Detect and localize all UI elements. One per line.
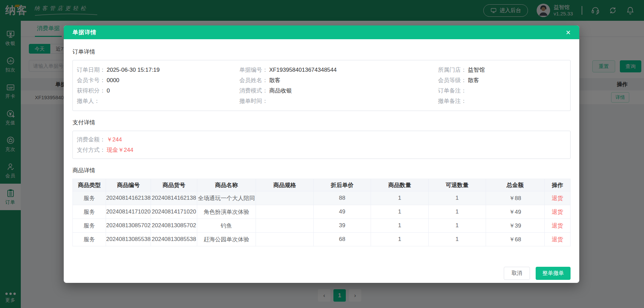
- product-action-cell: 退货: [544, 219, 570, 233]
- modal-title: 单据详情: [72, 28, 97, 36]
- field-value: ￥244: [107, 134, 122, 145]
- close-icon[interactable]: ×: [566, 28, 571, 37]
- field-label: 会员卡号：: [77, 75, 105, 85]
- product-action-cell: 退货: [544, 191, 570, 205]
- field-label: 订单日期：: [77, 65, 105, 75]
- field-label: 单据编号：: [239, 65, 268, 75]
- product-row: 服务2024081417102020240814171020角色扮演单次体验49…: [73, 205, 571, 219]
- refund-link[interactable]: 退货: [552, 223, 563, 229]
- field-label: 订单备注：: [438, 85, 467, 96]
- product-cell: 1: [429, 233, 486, 246]
- order-info-field: 会员卡号：0000: [77, 75, 239, 85]
- product-cell: 服务: [73, 219, 106, 233]
- product-column-header: 商品名称: [197, 179, 256, 191]
- product-cell: 39: [314, 219, 371, 233]
- modal-body: 订单详情 订单日期：2025-06-30 15:17:19单据编号：XF1939…: [64, 39, 579, 283]
- field-label: 消费模式：: [239, 85, 268, 96]
- order-info-field: 所属门店：益智馆: [438, 65, 566, 75]
- product-cell: 服务: [73, 191, 106, 205]
- order-info-field: 获得积分：0: [77, 85, 239, 96]
- product-cell: 服务: [73, 233, 106, 246]
- order-info-field: 撤单时间：: [239, 96, 438, 106]
- field-label: 消费金额：: [77, 134, 105, 145]
- field-value: 2025-06-30 15:17:19: [107, 65, 160, 75]
- field-value: 散客: [269, 75, 280, 85]
- product-cell: 20240814162138: [151, 191, 197, 205]
- product-column-header: 总金额: [486, 179, 544, 191]
- product-cell: 20240813085538: [151, 233, 197, 246]
- product-row: 服务2024081308553820240813085538赶海公园单次体验68…: [73, 233, 571, 246]
- product-cell: [256, 191, 314, 205]
- product-cell: 1: [429, 219, 486, 233]
- field-value: 现金￥244: [107, 145, 133, 155]
- product-cell: 88: [314, 191, 371, 205]
- cancel-button[interactable]: 取消: [504, 267, 530, 280]
- product-row: 服务2024081308570220240813085702钓鱼3911￥39退…: [73, 219, 571, 233]
- product-cell: ￥39: [486, 219, 544, 233]
- field-label: 支付方式：: [77, 145, 105, 155]
- refund-link[interactable]: 退货: [552, 236, 563, 243]
- order-info-field: 消费模式：商品收银: [239, 85, 438, 96]
- product-cell: 1: [429, 205, 486, 219]
- payment-field: 消费金额：￥244: [77, 134, 566, 145]
- product-cell: 钓鱼: [197, 219, 256, 233]
- field-label: 会员姓名：: [239, 75, 268, 85]
- product-column-header: 操作: [544, 179, 570, 191]
- product-column-header: 商品编号: [106, 179, 151, 191]
- field-label: 撤单备注：: [438, 96, 467, 106]
- product-cell: 全场通玩一个大人陪同: [197, 191, 256, 205]
- product-cell: [256, 219, 314, 233]
- modal-footer: 取消 整单撤单: [504, 267, 571, 280]
- order-detail-modal: 单据详情 × 订单详情 订单日期：2025-06-30 15:17:19单据编号…: [64, 25, 579, 283]
- field-value: 益智馆: [468, 65, 485, 75]
- modal-header: 单据详情 ×: [64, 25, 579, 39]
- order-info-field: 会员姓名：散客: [239, 75, 438, 85]
- field-label: 撤单时间：: [239, 96, 268, 106]
- field-label: 获得积分：: [77, 85, 105, 96]
- field-value: 0000: [107, 75, 119, 85]
- product-cell: 20240813085538: [106, 233, 151, 246]
- product-cell: 1: [371, 233, 428, 246]
- payment-field: 支付方式：现金￥244: [77, 145, 566, 155]
- field-value: 散客: [468, 75, 479, 85]
- order-info-field: 订单备注：: [438, 85, 566, 96]
- product-column-header: 折后单价: [314, 179, 371, 191]
- product-cell: ￥88: [486, 191, 544, 205]
- product-table-body: 服务2024081416213820240814162138全场通玩一个大人陪同…: [73, 191, 571, 246]
- order-info-field: 撤单人：: [77, 96, 239, 106]
- field-value: 商品收银: [269, 85, 292, 96]
- product-table-head-row: 商品类型商品编号商品货号商品名称商品规格折后单价商品数量可退数量总金额操作: [73, 179, 571, 191]
- product-cell: [256, 205, 314, 219]
- void-order-button[interactable]: 整单撤单: [536, 267, 571, 280]
- field-value: 0: [107, 85, 110, 96]
- order-info-field: 单据编号：XF1939584013674348544: [239, 65, 438, 75]
- order-info-field: 撤单备注：: [438, 96, 566, 106]
- product-column-header: 商品规格: [256, 179, 314, 191]
- product-cell: 角色扮演单次体验: [197, 205, 256, 219]
- product-column-header: 可退数量: [429, 179, 486, 191]
- product-cell: 1: [371, 205, 428, 219]
- product-row: 服务2024081416213820240814162138全场通玩一个大人陪同…: [73, 191, 571, 205]
- product-action-cell: 退货: [544, 233, 570, 246]
- product-cell: 服务: [73, 205, 106, 219]
- refund-link[interactable]: 退货: [552, 195, 563, 201]
- product-cell: 20240813085702: [106, 219, 151, 233]
- order-info-field: 会员等级：散客: [438, 75, 566, 85]
- order-info-field: 订单日期：2025-06-30 15:17:19: [77, 65, 239, 75]
- payment-info-box: 消费金额：￥244支付方式：现金￥244: [72, 131, 571, 159]
- product-cell: 1: [371, 219, 428, 233]
- field-label: 撤单人：: [77, 96, 100, 106]
- payment-section-title: 支付详情: [72, 119, 571, 126]
- product-cell: 68: [314, 233, 371, 246]
- product-cell: 20240814171020: [106, 205, 151, 219]
- refund-link[interactable]: 退货: [552, 209, 563, 215]
- product-cell: 1: [371, 191, 428, 205]
- order-info-grid: 订单日期：2025-06-30 15:17:19单据编号：XF193958401…: [72, 60, 571, 111]
- product-cell: 20240814171020: [151, 205, 197, 219]
- products-section-title: 商品详情: [72, 167, 571, 174]
- product-cell: 49: [314, 205, 371, 219]
- product-cell: 20240813085702: [151, 219, 197, 233]
- product-cell: [256, 233, 314, 246]
- product-cell: ￥49: [486, 205, 544, 219]
- product-cell: 1: [429, 191, 486, 205]
